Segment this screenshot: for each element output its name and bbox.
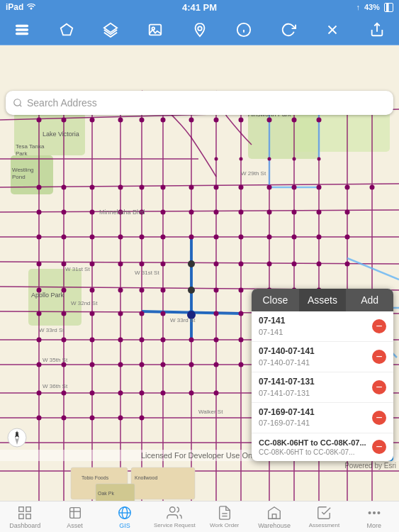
svg-rect-208: [131, 467, 195, 499]
tab-warehouse[interactable]: Warehouse: [249, 505, 299, 529]
tab-dashboard-label: Dashboard: [9, 522, 40, 529]
svg-point-84: [62, 210, 67, 215]
tab-more[interactable]: More: [349, 505, 399, 529]
signal-icon: ↑: [356, 3, 360, 11]
svg-line-14: [20, 105, 22, 107]
remove-asset-1-button[interactable]: −: [372, 350, 386, 364]
svg-rect-221: [69, 507, 80, 518]
svg-point-227: [170, 507, 175, 512]
tab-dashboard[interactable]: Dashboard: [0, 505, 50, 529]
asset-row: 07-140-07-141 07-140-07-141 −: [252, 342, 393, 372]
close-panel-button[interactable]: Close: [252, 289, 299, 311]
svg-point-233: [378, 511, 380, 514]
svg-point-111: [90, 262, 95, 267]
assets-header: Close Assets Add: [252, 289, 393, 311]
add-asset-button[interactable]: Add: [346, 289, 393, 311]
carrier-label: iPad: [6, 2, 23, 12]
svg-text:Tobio Foods: Tobio Foods: [82, 475, 109, 480]
svg-rect-2: [16, 33, 28, 34]
svg-point-74: [161, 185, 166, 190]
svg-point-182: [240, 157, 243, 161]
svg-point-66: [267, 118, 272, 123]
svg-text:Tesa Tanka: Tesa Tanka: [16, 143, 45, 150]
svg-point-90: [214, 210, 219, 215]
asset-id: CC-08K-06HT to CC-08K-07...: [259, 438, 366, 448]
svg-point-65: [239, 118, 244, 123]
svg-point-93: [292, 210, 297, 215]
tab-assessment[interactable]: Assessment: [299, 505, 349, 528]
remove-asset-2-button[interactable]: −: [372, 380, 386, 394]
svg-point-181: [215, 157, 218, 161]
svg-point-161: [118, 362, 123, 367]
layers2-button[interactable]: [89, 14, 133, 45]
svg-point-231: [369, 511, 371, 514]
svg-point-83: [37, 210, 42, 215]
tab-work-order[interactable]: Work Order: [200, 505, 249, 528]
asset-row: 07-169-07-141 07-169-07-141 −: [252, 403, 393, 433]
service-request-icon: [167, 505, 182, 521]
refresh-button[interactable]: [266, 14, 310, 45]
svg-rect-1: [16, 29, 28, 31]
assets-tab-button[interactable]: Assets: [299, 289, 347, 311]
svg-point-76: [214, 185, 219, 190]
svg-text:Oak Pk: Oak Pk: [98, 491, 114, 496]
svg-point-164: [189, 362, 194, 367]
svg-point-70: [62, 185, 67, 190]
svg-text:N: N: [16, 431, 18, 436]
battery-icon: ▌: [384, 3, 393, 12]
svg-text:W 33rd St: W 33rd St: [170, 317, 196, 323]
location-button[interactable]: [177, 14, 222, 45]
wifi-icon: [26, 4, 36, 11]
close-button[interactable]: [310, 14, 355, 45]
asset-row: 07-141-07-131 07-141-07-131 −: [252, 372, 393, 403]
assessment-icon: [316, 505, 332, 521]
svg-point-122: [188, 287, 195, 294]
svg-point-165: [214, 362, 219, 367]
tab-asset-label: Asset: [67, 522, 83, 529]
svg-text:Minnehaha Blvd: Minnehaha Blvd: [99, 209, 145, 216]
svg-point-61: [140, 118, 145, 123]
svg-point-117: [267, 262, 272, 267]
svg-point-139: [140, 311, 145, 316]
svg-point-138: [118, 311, 123, 316]
image-button[interactable]: [133, 14, 178, 45]
svg-point-101: [161, 235, 166, 240]
svg-point-152: [161, 338, 166, 343]
svg-point-79: [292, 185, 297, 190]
svg-point-137: [90, 311, 95, 316]
svg-point-77: [239, 185, 244, 190]
svg-point-136: [62, 311, 67, 316]
svg-point-63: [189, 118, 194, 123]
tab-asset[interactable]: Asset: [50, 505, 99, 529]
gis-icon: [117, 505, 133, 521]
svg-point-148: [62, 338, 67, 343]
search-bar[interactable]: Search Address: [6, 91, 393, 115]
more-icon: [366, 505, 382, 521]
svg-point-91: [239, 210, 244, 215]
svg-point-176: [37, 416, 42, 421]
share-button[interactable]: [355, 14, 400, 45]
tab-gis[interactable]: GIS: [100, 505, 150, 529]
svg-text:W 29th St: W 29th St: [241, 170, 266, 177]
svg-point-73: [140, 185, 145, 190]
map-area[interactable]: Search Address: [0, 45, 399, 501]
svg-point-80: [317, 185, 322, 190]
svg-point-121: [188, 260, 195, 267]
asset-id: 07-141-07-131: [259, 377, 315, 388]
layers-button[interactable]: [0, 14, 45, 45]
asset-subtitle: 07-141-07-131: [259, 388, 315, 398]
svg-text:Park: Park: [16, 150, 28, 157]
remove-asset-0-button[interactable]: −: [372, 319, 386, 333]
svg-point-96: [37, 235, 42, 240]
svg-point-113: [140, 262, 145, 267]
time-label: 4:41 PM: [182, 2, 217, 13]
remove-asset-3-button[interactable]: −: [372, 411, 386, 425]
svg-point-88: [161, 210, 166, 215]
tab-service-request[interactable]: Service Request: [150, 505, 199, 528]
tab-warehouse-label: Warehouse: [258, 522, 291, 529]
info-button[interactable]: [222, 14, 266, 45]
svg-point-150: [118, 338, 123, 343]
pentagon-button[interactable]: [45, 14, 89, 45]
svg-point-99: [118, 235, 123, 240]
remove-asset-4-button[interactable]: −: [372, 440, 386, 454]
